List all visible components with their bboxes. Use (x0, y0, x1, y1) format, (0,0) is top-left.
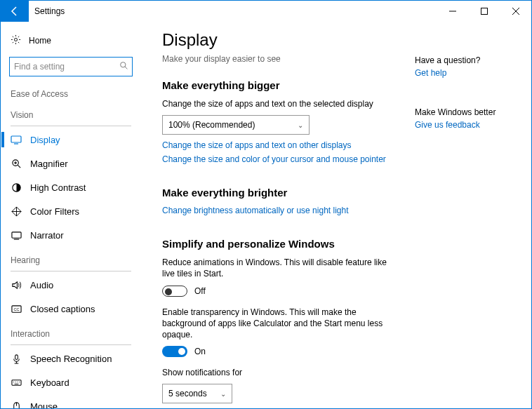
separator (11, 126, 131, 126)
svg-point-2 (121, 62, 126, 67)
close-button[interactable] (500, 1, 531, 22)
section-bigger: Make everything bigger (162, 79, 401, 91)
bigger-desc: Change the size of apps and text on the … (162, 98, 401, 109)
group-interaction: Interaction (1, 325, 141, 342)
group-vision: Vision (1, 106, 141, 123)
home-button[interactable]: Home (1, 29, 141, 53)
search-input[interactable] (9, 57, 133, 76)
nav-narrator[interactable]: Narrator (1, 223, 141, 247)
scale-value: 100% (Recommended) (168, 120, 255, 130)
nav-label: Color Filters (30, 206, 79, 217)
chevron-down-icon: ⌄ (220, 390, 226, 398)
group-hearing: Hearing (1, 251, 141, 268)
nav-label: Audio (30, 280, 53, 290)
svg-rect-3 (11, 136, 21, 142)
audio-icon (11, 280, 22, 290)
notifications-label: Show notifications for (162, 367, 401, 378)
better-heading: Make Windows better (415, 107, 513, 117)
animations-state: Off (194, 286, 206, 296)
scale-dropdown[interactable]: 100% (Recommended) ⌄ (162, 115, 310, 135)
section-simplify: Simplify and personalize Windows (162, 238, 401, 250)
sidebar: Home Ease of Access Vision Display Magni (1, 22, 141, 408)
back-button[interactable] (1, 1, 29, 22)
question-heading: Have a question? (415, 55, 513, 65)
home-label: Home (29, 36, 51, 46)
color-filters-icon (11, 206, 22, 217)
nav-high-contrast[interactable]: High Contrast (1, 175, 141, 199)
notifications-dropdown[interactable]: 5 seconds ⌄ (162, 384, 232, 403)
display-icon (11, 134, 22, 145)
link-cursor[interactable]: Change the size and color of your cursor… (162, 154, 401, 164)
nav-label: Keyboard (30, 377, 69, 388)
magnifier-icon (11, 159, 22, 169)
animations-desc: Reduce animations in Windows. This will … (162, 257, 401, 279)
nav-label: High Contrast (30, 182, 86, 193)
nav-color-filters[interactable]: Color Filters (1, 199, 141, 223)
nav-label: Magnifier (30, 159, 67, 169)
app-title: Settings (29, 6, 65, 16)
svg-rect-0 (481, 8, 487, 15)
nav-label: Speech Recognition (30, 354, 112, 364)
link-get-help[interactable]: Get help (415, 68, 513, 78)
separator (11, 344, 131, 345)
svg-rect-6 (11, 232, 20, 237)
keyboard-icon (11, 377, 22, 388)
svg-point-1 (14, 38, 17, 41)
search-icon (119, 61, 128, 72)
high-contrast-icon (11, 182, 22, 193)
nav-label: Narrator (30, 230, 64, 241)
chevron-down-icon: ⌄ (298, 121, 303, 129)
closed-captions-icon: CC (11, 304, 22, 314)
nav-speech-recognition[interactable]: Speech Recognition (1, 347, 141, 370)
separator (11, 271, 131, 271)
page-title: Display (162, 30, 401, 50)
transparency-desc: Enable transparency in Windows. This wil… (162, 307, 401, 341)
page-subtitle: Make your display easier to see (162, 54, 401, 64)
microphone-icon (11, 354, 22, 364)
nav-keyboard[interactable]: Keyboard (1, 370, 141, 394)
animations-toggle[interactable] (162, 286, 187, 297)
nav-audio[interactable]: Audio (1, 273, 141, 297)
minimize-button[interactable] (437, 1, 468, 22)
link-other-displays[interactable]: Change the size of apps and text on othe… (162, 140, 401, 150)
main-panel: Display Make your display easier to see … (141, 22, 531, 408)
search-field[interactable] (14, 62, 119, 72)
transparency-toggle[interactable] (162, 346, 187, 357)
link-brightness[interactable]: Change brightness automatically or use n… (162, 206, 401, 215)
svg-text:CC: CC (13, 307, 19, 311)
titlebar: Settings (1, 1, 531, 22)
narrator-icon (11, 230, 22, 241)
gear-icon (11, 34, 22, 47)
nav-display[interactable]: Display (1, 128, 141, 152)
nav-closed-captions[interactable]: CC Closed captions (1, 297, 141, 321)
transparency-state: On (194, 347, 206, 356)
group-ease-of-access: Ease of Access (1, 85, 141, 102)
nav-magnifier[interactable]: Magnifier (1, 152, 141, 175)
maximize-button[interactable] (468, 1, 500, 22)
svg-rect-9 (15, 354, 18, 359)
nav-label: Closed captions (30, 304, 95, 314)
mouse-icon (11, 401, 22, 409)
nav-label: Display (30, 135, 60, 145)
nav-label: Mouse (30, 401, 58, 409)
nav-mouse[interactable]: Mouse (1, 394, 141, 408)
notifications-value: 5 seconds (168, 389, 207, 398)
section-brighter: Make everything brighter (162, 187, 401, 199)
svg-rect-10 (11, 380, 20, 385)
link-feedback[interactable]: Give us feedback (415, 120, 513, 130)
